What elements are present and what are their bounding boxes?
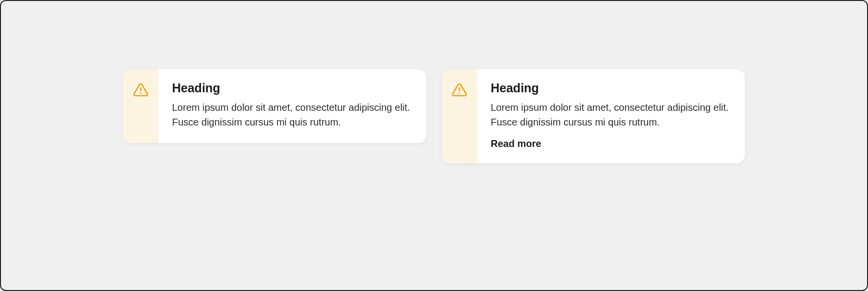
alert-icon-strip <box>442 69 477 163</box>
alert-content: Heading Lorem ipsum dolor sit amet, cons… <box>477 69 745 163</box>
alert-icon-strip <box>123 69 158 143</box>
warning-triangle-icon <box>452 82 467 163</box>
read-more-link[interactable]: Read more <box>491 138 541 149</box>
alert-heading: Heading <box>172 81 412 95</box>
alert-body: Lorem ipsum dolor sit amet, consectetur … <box>172 100 412 129</box>
alert-heading: Heading <box>491 81 731 95</box>
alert-card: Heading Lorem ipsum dolor sit amet, cons… <box>123 69 426 143</box>
alert-card: Heading Lorem ipsum dolor sit amet, cons… <box>442 69 745 163</box>
alert-body: Lorem ipsum dolor sit amet, consectetur … <box>491 100 731 129</box>
alert-content: Heading Lorem ipsum dolor sit amet, cons… <box>158 69 426 143</box>
warning-triangle-icon <box>133 82 149 143</box>
